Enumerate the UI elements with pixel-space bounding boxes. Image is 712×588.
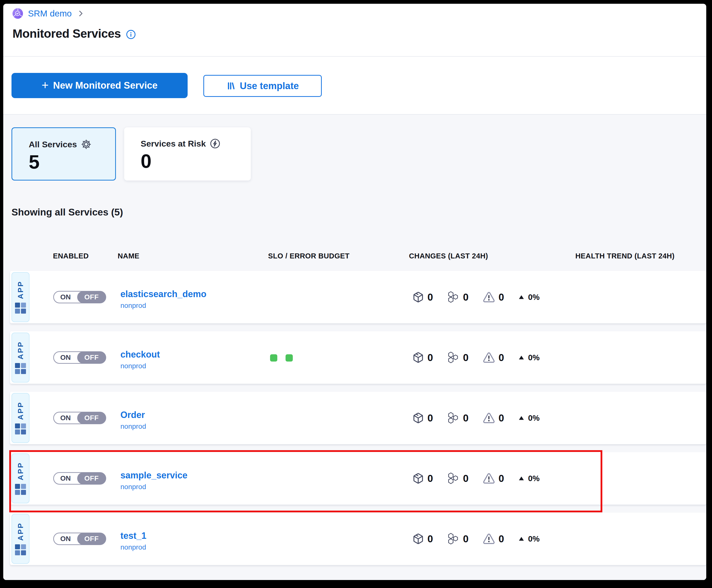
slo-block-green[interactable] — [286, 354, 293, 361]
col-header-enabled: ENABLED — [53, 252, 89, 260]
changes-summary: 0 0 0 0% — [412, 271, 540, 323]
bolt-icon — [210, 138, 220, 149]
apps-grid-icon — [15, 544, 26, 555]
alerts-count: 0 — [499, 292, 504, 303]
header-divider — [3, 56, 706, 57]
apps-grid-icon — [15, 363, 26, 374]
service-env-label: nonprod — [120, 422, 146, 430]
infrastructure-count: 0 — [463, 292, 468, 303]
gear-icon — [81, 139, 91, 150]
table-row[interactable]: APP ON OFF elasticsearch_demo nonprod 0 … — [10, 271, 706, 323]
use-template-button[interactable]: Use template — [203, 75, 322, 97]
alerts-count: 0 — [499, 473, 504, 484]
app-tag-label: APP — [16, 462, 25, 480]
app-tag-label: APP — [16, 341, 25, 360]
srm-app-avatar — [13, 8, 23, 19]
infrastructure-icon — [447, 532, 460, 545]
changes-summary: 0 0 0 0% — [412, 331, 540, 384]
app-tag-label: APP — [16, 401, 25, 420]
trend-value: 0% — [528, 293, 540, 302]
services-at-risk-card[interactable]: Services at Risk 0 — [124, 127, 251, 181]
table-row[interactable]: APP ON OFF test_1 nonprod 0 0 0 0% — [10, 512, 706, 565]
apps-grid-icon — [15, 423, 26, 435]
service-name-link[interactable]: Order — [120, 410, 146, 420]
table-row[interactable]: APP ON OFF sample_service nonprod 0 0 0 … — [10, 452, 706, 505]
toggle-off-label: OFF — [77, 412, 106, 424]
changes-summary: 0 0 0 0% — [412, 452, 540, 505]
toggle-off-label: OFF — [77, 533, 106, 545]
all-services-label: All Services — [29, 140, 77, 149]
all-services-card[interactable]: All Services 5 — [12, 127, 116, 181]
new-monitored-service-label: New Monitored Service — [53, 80, 157, 91]
service-env-label: nonprod — [120, 362, 160, 370]
service-env-label: nonprod — [120, 483, 187, 491]
breadcrumb: SRM demo — [13, 8, 85, 19]
trend-up-icon — [518, 475, 525, 482]
toggle-on-label: ON — [54, 473, 77, 484]
service-name-link[interactable]: test_1 — [120, 530, 146, 541]
deployments-icon — [412, 533, 424, 545]
alerts-icon — [483, 412, 495, 424]
enabled-toggle[interactable]: ON OFF — [53, 351, 106, 364]
toggle-on-label: ON — [54, 533, 77, 544]
table-row[interactable]: APP ON OFF Order nonprod 0 0 0 0% — [10, 392, 706, 444]
enabled-toggle[interactable]: ON OFF — [53, 472, 106, 485]
deployments-icon — [412, 291, 424, 303]
service-type-tag: APP — [12, 272, 29, 322]
deployments-icon — [412, 352, 424, 363]
trend-value: 0% — [528, 534, 540, 544]
toggle-off-label: OFF — [77, 291, 106, 303]
apps-grid-icon — [15, 302, 26, 314]
service-env-label: nonprod — [120, 301, 206, 310]
app-tag-label: APP — [16, 522, 25, 541]
apps-grid-icon — [15, 484, 26, 495]
alerts-icon — [483, 291, 495, 303]
info-icon[interactable] — [126, 29, 136, 39]
trend-value: 0% — [528, 353, 540, 362]
services-at-risk-count: 0 — [141, 151, 251, 171]
trend-up-icon — [518, 354, 525, 361]
enabled-toggle[interactable]: ON OFF — [53, 291, 106, 303]
service-type-tag: APP — [12, 393, 29, 443]
service-type-tag: APP — [12, 514, 29, 564]
alerts-icon — [483, 472, 495, 485]
toggle-on-label: ON — [54, 413, 77, 423]
infrastructure-icon — [447, 412, 460, 424]
table-row[interactable]: APP ON OFF checkout nonprod 0 0 0 0% — [10, 331, 706, 384]
infrastructure-icon — [447, 472, 460, 485]
enabled-toggle[interactable]: ON OFF — [53, 532, 106, 545]
col-header-health-trend: HEALTH TREND (LAST 24H) — [575, 252, 674, 260]
changes-summary: 0 0 0 0% — [412, 392, 540, 444]
trend-up-icon — [518, 415, 525, 421]
enabled-toggle[interactable]: ON OFF — [53, 412, 106, 424]
trend-up-icon — [518, 536, 525, 542]
alerts-icon — [483, 351, 495, 364]
service-type-tag: APP — [12, 454, 29, 503]
alerts-count: 0 — [499, 413, 504, 424]
service-name-link[interactable]: sample_service — [120, 470, 187, 481]
infrastructure-icon — [447, 351, 460, 364]
new-monitored-service-button[interactable]: + New Monitored Service — [12, 73, 188, 98]
deployments-count: 0 — [427, 473, 433, 484]
deployments-count: 0 — [427, 352, 433, 363]
service-env-label: nonprod — [120, 543, 146, 551]
app-tag-label: APP — [16, 281, 25, 299]
changes-summary: 0 0 0 0% — [412, 512, 540, 565]
page-title: Monitored Services — [13, 27, 121, 40]
service-name-link[interactable]: checkout — [120, 349, 160, 360]
template-library-icon — [226, 81, 236, 91]
alerts-count: 0 — [499, 352, 504, 363]
monitored-services-page: SRM demo Monitored Services + New Monito… — [3, 4, 706, 580]
alerts-count: 0 — [499, 533, 504, 545]
breadcrumb-app-link[interactable]: SRM demo — [28, 8, 72, 19]
services-at-risk-label: Services at Risk — [141, 139, 206, 149]
slo-block-green[interactable] — [270, 354, 277, 361]
toggle-off-label: OFF — [77, 472, 106, 484]
deployments-icon — [412, 412, 424, 424]
section-title: Showing all Services (5) — [12, 207, 123, 218]
trend-up-icon — [518, 294, 525, 300]
alerts-icon — [483, 532, 495, 545]
infrastructure-icon — [447, 291, 460, 303]
col-header-slo: SLO / ERROR BUDGET — [268, 252, 349, 260]
service-name-link[interactable]: elasticsearch_demo — [120, 289, 206, 299]
